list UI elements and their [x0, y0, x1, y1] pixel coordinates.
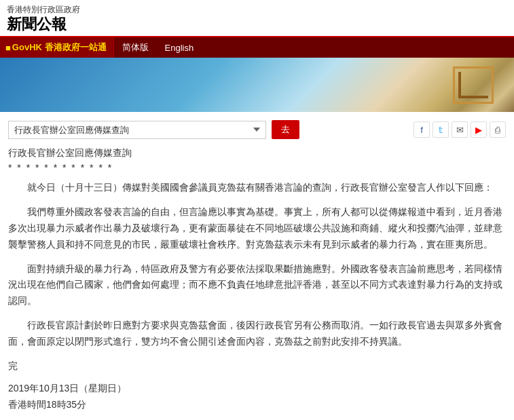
article-paragraph-3: 面對持續升級的暴力行為，特區政府及警方有必要依法採取果斷措施應對。外國政客發表言…: [8, 261, 506, 309]
article: 行政長官辦公室回應傳媒查詢 * * * * * * * * * * * * 就今…: [8, 147, 506, 413]
article-footer: 完 2019年10月13日（星期日） 香港時間18時35分: [8, 358, 506, 413]
content-area: 行政長官辦公室回應傳媒查詢 去 f 𝕥 ✉ ▶ ⎙ 行政長官辦公室回應傳媒查詢 …: [0, 112, 514, 419]
nav-govhk-label: GovHK 香港政府一站通: [12, 41, 107, 54]
article-end: 完: [8, 358, 506, 375]
youtube-icon[interactable]: ▶: [471, 121, 487, 138]
gov-title: 新聞公報: [7, 16, 507, 33]
banner-logo-box: [453, 66, 494, 104]
nav-links: 简体版 English: [114, 37, 202, 58]
print-icon[interactable]: ⎙: [490, 121, 506, 138]
mail-icon[interactable]: ✉: [452, 121, 468, 138]
go-button[interactable]: 去: [272, 120, 299, 139]
gov-subtitle: 香港特別行政區政府: [7, 4, 507, 16]
category-select[interactable]: 行政長官辦公室回應傳媒查詢: [8, 121, 266, 139]
nav-govhk[interactable]: ■ GovHK 香港政府一站通: [0, 37, 114, 58]
nav-bar: ■ GovHK 香港政府一站通 简体版 English: [0, 37, 514, 58]
banner-logo-inner: [458, 72, 488, 98]
article-body: 就今日（十月十三日）傳媒對美國國會參議員克魯茲有關香港言論的查詢，行政長官辦公室…: [8, 180, 506, 349]
article-paragraph-4: 行政長官原計劃於昨日應對方要求與克魯茲會面，後因行政長官另有公務而取消。一如行政…: [8, 318, 506, 350]
article-stars: * * * * * * * * * * * *: [8, 162, 506, 173]
article-time: 香港時間18時35分: [8, 397, 506, 413]
facebook-icon[interactable]: f: [414, 121, 430, 138]
nav-simplified[interactable]: 简体版: [114, 37, 157, 58]
govhk-icon: ■: [5, 43, 11, 53]
article-date: 2019年10月13日（星期日）: [8, 381, 506, 397]
header: 香港特別行政區政府 新聞公報: [0, 0, 514, 35]
social-icons: f 𝕥 ✉ ▶ ⎙: [414, 121, 506, 138]
banner-overlay: [433, 58, 514, 112]
article-paragraph-2: 我們尊重外國政客發表言論的自由，但言論應以事實為基礎。事實上，所有人都可以從傳媒…: [8, 204, 506, 252]
nav-english[interactable]: English: [157, 37, 202, 58]
article-title: 行政長官辦公室回應傳媒查詢: [8, 147, 506, 159]
dropdown-bar: 行政長官辦公室回應傳媒查詢 去 f 𝕥 ✉ ▶ ⎙: [8, 120, 506, 139]
article-paragraph-1: 就今日（十月十三日）傳媒對美國國會參議員克魯茲有關香港言論的查詢，行政長官辦公室…: [8, 180, 506, 196]
twitter-icon[interactable]: 𝕥: [433, 121, 449, 138]
banner: [0, 58, 514, 112]
